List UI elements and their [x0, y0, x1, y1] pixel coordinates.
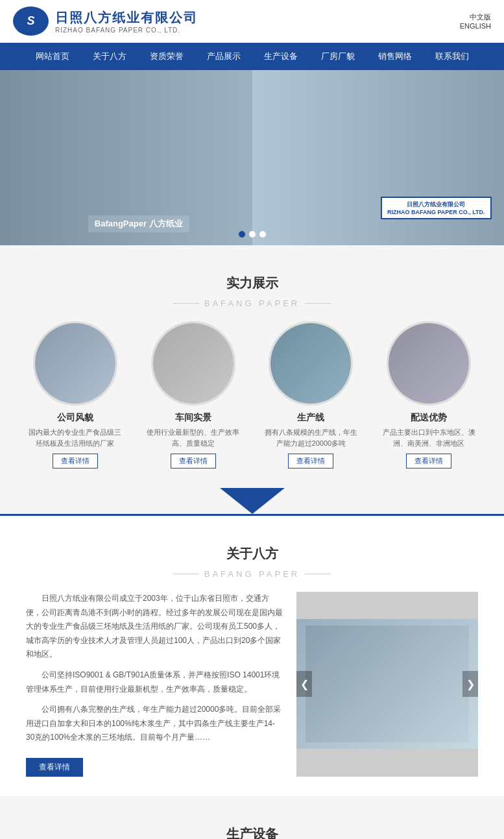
- strength-name-1: 公司风貌: [26, 412, 125, 424]
- banner-left-building: BafangPaper 八方纸业: [0, 70, 277, 245]
- banner-left-text: BafangPaper 八方纸业: [88, 215, 189, 232]
- strength-item-1: 公司风貌 国内最大的专业生产食品级三坯纸板及生活用纸的厂家 查看详情: [26, 321, 125, 468]
- equipment-section: 生产设备 BAFANG PAPER ❮ 设备展示 设备展示 设备展示 设备展示 …: [0, 796, 504, 839]
- banner-dot-3[interactable]: [259, 231, 266, 237]
- equipment-title: 生产设备: [0, 825, 504, 839]
- strength-item-3: 生产线 拥有八条规模的生产线，年生产能力超过20000多吨 查看详情: [262, 321, 361, 468]
- strength-circle-2: [151, 321, 235, 406]
- about-title-block: 关于八方: [0, 529, 504, 569]
- about-para-1: 日照八方纸业有限公司成立于2003年，位于山东省日照市，交通方便，公司距离青岛港…: [26, 592, 283, 662]
- strength-subtitle: BAFANG PAPER: [0, 298, 504, 308]
- triangle-down-icon: [220, 488, 285, 514]
- logo-symbol: S: [27, 14, 34, 28]
- strength-btn-1[interactable]: 查看详情: [53, 454, 98, 468]
- banner-dot-2[interactable]: [249, 231, 256, 237]
- nav-link-home[interactable]: 网站首页: [24, 43, 81, 70]
- strength-circle-4: [387, 321, 471, 406]
- about-factory-img: [306, 626, 469, 742]
- equipment-title-block: 生产设备: [0, 809, 504, 839]
- strength-img-company: [35, 323, 115, 404]
- nav-link-sales[interactable]: 销售网络: [366, 43, 424, 70]
- strength-grid: 公司风貌 国内最大的专业生产食品级三坯纸板及生活用纸的厂家 查看详情 车间实景 …: [0, 321, 504, 468]
- company-name-zh: 日照八方纸业有限公司: [55, 9, 198, 27]
- strength-desc-3: 拥有八条规模的生产线，年生产能力超过20000多吨: [262, 427, 361, 448]
- triangle-divider: [0, 488, 504, 516]
- nav-item-home[interactable]: 网站首页: [24, 43, 81, 70]
- about-title: 关于八方: [0, 545, 504, 563]
- banner-dots: [239, 231, 266, 237]
- strength-btn-2[interactable]: 查看详情: [171, 454, 216, 468]
- nav-item-honor[interactable]: 资质荣誉: [138, 43, 195, 70]
- hero-banner: BafangPaper 八方纸业 日照八方纸业有限公司RIZHAO BAFANG…: [0, 70, 504, 245]
- strength-btn-4[interactable]: 查看详情: [406, 454, 451, 468]
- about-carousel-prev[interactable]: ❮: [296, 671, 312, 697]
- about-img: [296, 619, 478, 749]
- about-btn-more[interactable]: 查看详情: [26, 758, 83, 777]
- nav-item-sales[interactable]: 销售网络: [366, 43, 424, 70]
- nav-item-products[interactable]: 产品展示: [195, 43, 252, 70]
- about-image-carousel: ❮ ❯: [296, 592, 478, 777]
- nav-item-factory[interactable]: 厂房厂貌: [309, 43, 366, 70]
- strength-name-2: 车间实景: [144, 412, 243, 424]
- logo-area: S 日照八方纸业有限公司 RIZHAO BAFANG PAPER CO., LT…: [13, 6, 198, 36]
- strength-name-3: 生产线: [262, 412, 361, 424]
- about-para-2: 公司坚持ISO9001 & GB/T901A质量体系，并严格按照ISO 1400…: [26, 668, 283, 696]
- logo-text-block: 日照八方纸业有限公司 RIZHAO BAFANG PAPER CO., LTD.: [55, 9, 198, 34]
- strength-name-4: 配送优势: [379, 412, 478, 424]
- nav-link-contact[interactable]: 联系我们: [424, 43, 481, 70]
- banner-right-building: 日照八方纸业有限公司RIZHAO BAFANG PAPER CO., LTD.: [252, 70, 505, 245]
- strength-title: 实力展示: [0, 274, 504, 292]
- about-content: 日照八方纸业有限公司成立于2003年，位于山东省日照市，交通方便，公司距离青岛港…: [0, 592, 504, 777]
- banner-dot-1[interactable]: [239, 231, 245, 237]
- nav-item-equipment[interactable]: 生产设备: [252, 43, 309, 70]
- strength-desc-4: 产品主要出口到中东地区、澳洲、南美洲、非洲地区: [379, 427, 478, 448]
- nav-link-products[interactable]: 产品展示: [195, 43, 252, 70]
- strength-img-production: [270, 323, 351, 404]
- strength-img-workshop: [153, 323, 234, 404]
- strength-circle-3: [269, 321, 353, 406]
- nav-link-factory[interactable]: 厂房厂貌: [309, 43, 366, 70]
- banner-company-sign: 日照八方纸业有限公司RIZHAO BAFANG PAPER CO., LTD.: [381, 197, 492, 219]
- strength-item-2: 车间实景 使用行业最新型的、生产效率高、质量稳定 查看详情: [144, 321, 243, 468]
- nav-item-about[interactable]: 关于八方: [81, 43, 138, 70]
- lang-zh-link[interactable]: 中文版: [460, 12, 491, 22]
- strength-desc-1: 国内最大的专业生产食品级三坯纸板及生活用纸的厂家: [26, 427, 125, 448]
- site-header: S 日照八方纸业有限公司 RIZHAO BAFANG PAPER CO., LT…: [0, 0, 504, 43]
- strength-section: 实力展示 BAFANG PAPER 公司风貌 国内最大的专业生产食品级三坯纸板及…: [0, 245, 504, 488]
- language-switcher: 中文版 ENGLISH: [460, 12, 491, 30]
- lang-en-link[interactable]: ENGLISH: [460, 22, 491, 30]
- nav-link-equipment[interactable]: 生产设备: [252, 43, 309, 70]
- logo-icon: S: [13, 6, 49, 36]
- strength-circle-1: [33, 321, 117, 406]
- strength-btn-3[interactable]: 查看详情: [288, 454, 333, 468]
- strength-title-block: 实力展示: [0, 258, 504, 298]
- about-text: 日照八方纸业有限公司成立于2003年，位于山东省日照市，交通方便，公司距离青岛港…: [26, 592, 283, 777]
- about-para-3: 公司拥有八条完整的生产线，年生产能力超过20000多吨。目前全部采用进口自加拿大…: [26, 703, 283, 745]
- nav-link-honor[interactable]: 资质荣誉: [138, 43, 195, 70]
- nav-link-about[interactable]: 关于八方: [81, 43, 138, 70]
- strength-desc-2: 使用行业最新型的、生产效率高、质量稳定: [144, 427, 243, 448]
- about-carousel-next[interactable]: ❯: [462, 671, 478, 697]
- strength-img-delivery: [389, 323, 469, 404]
- main-nav: 网站首页 关于八方 资质荣誉 产品展示 生产设备 厂房厂貌 销售网络 联系我们: [0, 43, 504, 70]
- about-subtitle: BAFANG PAPER: [0, 569, 504, 579]
- strength-item-4: 配送优势 产品主要出口到中东地区、澳洲、南美洲、非洲地区 查看详情: [379, 321, 478, 468]
- nav-item-contact[interactable]: 联系我们: [424, 43, 481, 70]
- about-section: 关于八方 BAFANG PAPER 日照八方纸业有限公司成立于2003年，位于山…: [0, 516, 504, 796]
- company-name-en: RIZHAO BAFANG PAPER CO., LTD.: [55, 27, 198, 34]
- nav-list: 网站首页 关于八方 资质荣誉 产品展示 生产设备 厂房厂貌 销售网络 联系我们: [0, 43, 504, 70]
